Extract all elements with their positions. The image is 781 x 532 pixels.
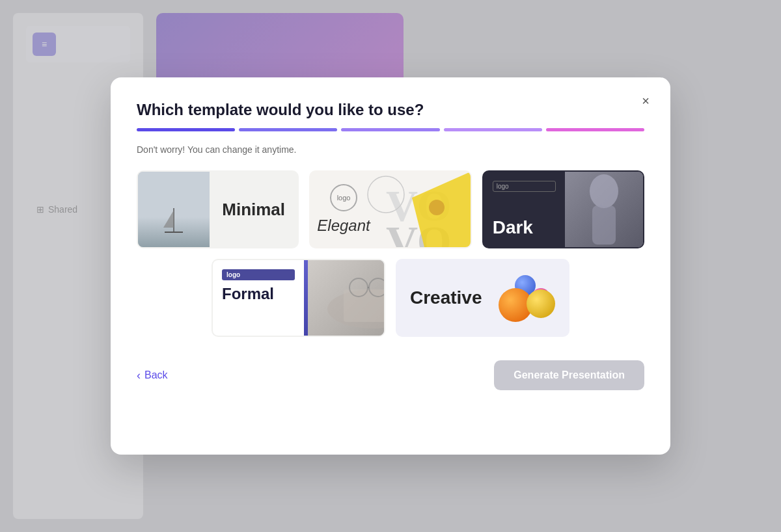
svg-point-7	[429, 200, 445, 215]
statue-icon	[565, 172, 643, 247]
formal-label: Formal	[222, 286, 295, 302]
elegant-deco: VO VO	[366, 172, 471, 247]
formal-logo: logo	[222, 269, 295, 280]
template-dark[interactable]: logo Dark	[482, 170, 644, 248]
progress-step-1	[137, 128, 235, 131]
elegant-label: Elegant	[317, 217, 370, 235]
generate-button[interactable]: Generate Presentation	[494, 360, 644, 390]
template-elegant[interactable]: logo Elegant VO VO	[309, 170, 471, 248]
close-button[interactable]: ×	[635, 90, 656, 111]
dark-logo: logo	[493, 181, 556, 192]
elegant-logo: logo	[330, 184, 357, 211]
close-icon: ×	[642, 94, 650, 109]
chevron-left-icon: ‹	[137, 369, 141, 382]
generate-label: Generate Presentation	[514, 369, 625, 380]
svg-marker-1	[163, 210, 174, 228]
dark-image	[565, 172, 643, 247]
back-label: Back	[144, 369, 168, 381]
progress-step-5	[546, 128, 644, 131]
logo-text: logo	[337, 194, 351, 202]
template-minimal[interactable]: Minimal	[137, 170, 299, 248]
template-grid-bottom: logo Formal	[137, 259, 644, 337]
modal-footer: ‹ Back Generate Presentation	[137, 360, 644, 390]
creative-deco	[510, 269, 562, 327]
dark-label: Dark	[493, 217, 556, 238]
progress-step-3	[341, 128, 439, 131]
modal-dialog: × Which template would you like to use? …	[111, 77, 670, 455]
workspace-icon	[308, 260, 384, 336]
svg-point-8	[590, 174, 618, 208]
svg-rect-9	[592, 206, 616, 245]
creative-label: Creative	[410, 287, 482, 308]
template-grid-top: Minimal logo Elegant VO VO	[137, 170, 644, 248]
template-formal[interactable]: logo Formal	[212, 259, 385, 337]
sphere-gold	[527, 289, 555, 318]
elegant-left: logo Elegant	[317, 184, 370, 235]
back-button[interactable]: ‹ Back	[137, 369, 168, 382]
formal-left: logo Formal	[213, 260, 304, 336]
minimal-image	[138, 172, 210, 247]
elegant-deco-svg: VO VO	[366, 172, 471, 247]
minimal-label: Minimal	[210, 172, 297, 247]
formal-image	[308, 260, 384, 336]
template-creative[interactable]: Creative	[396, 259, 569, 337]
progress-bar	[137, 128, 644, 131]
progress-step-2	[239, 128, 337, 131]
modal-subtitle: Don't worry! You can change it anytime.	[137, 144, 644, 155]
dark-left: logo Dark	[484, 172, 565, 247]
modal-overlay: × Which template would you like to use? …	[0, 0, 781, 532]
sailboat-icon	[161, 205, 187, 237]
modal-title: Which template would you like to use?	[137, 101, 644, 119]
progress-step-4	[444, 128, 542, 131]
